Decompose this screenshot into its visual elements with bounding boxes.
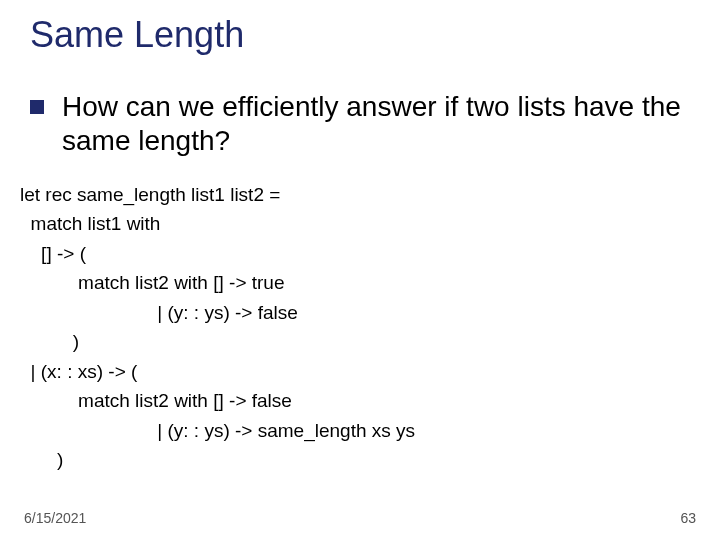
footer-page-number: 63 xyxy=(680,510,696,526)
slide-title: Same Length xyxy=(30,14,244,56)
square-bullet-icon xyxy=(30,100,44,114)
bullet-item: How can we efficiently answer if two lis… xyxy=(30,90,700,157)
footer-date: 6/15/2021 xyxy=(24,510,86,526)
code-block: let rec same_length list1 list2 = match … xyxy=(20,180,415,474)
slide: Same Length How can we efficiently answe… xyxy=(0,0,720,540)
bullet-text: How can we efficiently answer if two lis… xyxy=(62,90,700,157)
slide-body: How can we efficiently answer if two lis… xyxy=(30,90,700,157)
